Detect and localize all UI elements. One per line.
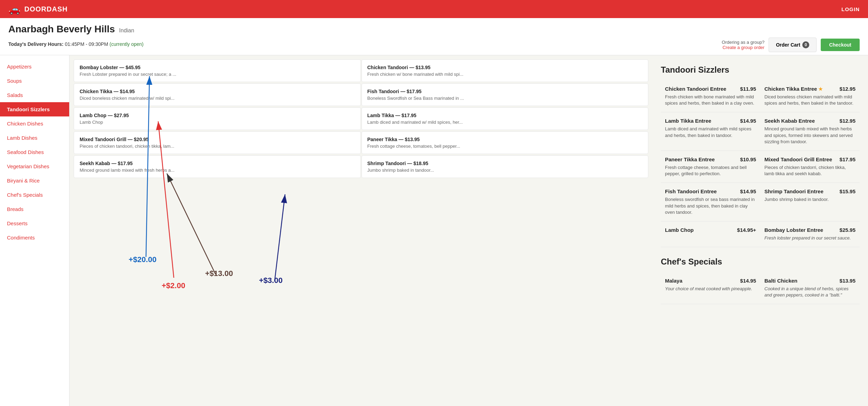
detail-chicken-tikka[interactable]: Chicken Tikka Entree ★ $12.95 Diced bone… bbox=[760, 80, 860, 112]
item-name: Balti Chicken bbox=[764, 278, 797, 284]
item-name: Seekh Kabab Entree bbox=[764, 118, 815, 124]
detail-shrimp-tandoori[interactable]: Shrimp Tandoori Entree $15.95 Jumbo shri… bbox=[760, 183, 860, 221]
item-desc: Fresh lobster prepared in our secret sau… bbox=[764, 235, 855, 241]
delivery-hours: Today's Delivery Hours: 01:45PM - 09:30P… bbox=[8, 41, 144, 47]
price-annotation-3: +$3.00 bbox=[259, 276, 283, 285]
menu-card-desc: Boneless Swordfish or Sea Bass marinated… bbox=[367, 96, 643, 101]
menu-card-bombay[interactable]: Bombay Lobster — $45.95 Fresh Lobster pr… bbox=[74, 59, 361, 82]
menu-card-title: Mixed Tandoori Grill — $20.95 bbox=[80, 137, 355, 142]
item-price: $10.95 bbox=[740, 156, 756, 162]
item-header: Bombay Lobster Entree $25.95 bbox=[764, 227, 855, 233]
sidebar-item-seafood[interactable]: Seafood Dishes bbox=[0, 145, 69, 159]
item-name: Bombay Lobster Entree bbox=[764, 227, 823, 233]
detail-paneer-tikka[interactable]: Paneer Tikka Entree $10.95 Fresh cottage… bbox=[661, 151, 760, 183]
detail-lamb-chop[interactable]: Lamb Chop $14.95+ bbox=[661, 221, 760, 247]
item-desc: Diced boneless chicken marinated with mi… bbox=[764, 94, 855, 106]
header: 🚗 DOORDASH LOGIN bbox=[0, 0, 868, 18]
right-panel: Tandoori Sizzlers Chicken Tandoori Entre… bbox=[652, 55, 868, 406]
menu-card-title: Fish Tandoori — $17.95 bbox=[367, 89, 643, 94]
logo: 🚗 DOORDASH bbox=[8, 3, 68, 15]
item-price: $25.95 bbox=[839, 227, 855, 233]
menu-card-desc: Lamb Chop bbox=[80, 120, 355, 125]
item-name: Lamb Chop bbox=[665, 227, 694, 233]
sidebar-item-chicken[interactable]: Chicken Dishes bbox=[0, 116, 69, 131]
price-annotation-2: +$2.00 bbox=[162, 281, 185, 290]
sidebar-item-tandoori[interactable]: Tandoori Sizzlers bbox=[0, 102, 69, 116]
detail-balti-chicken[interactable]: Balti Chicken $13.95 Cooked in a unique … bbox=[760, 272, 860, 304]
item-desc: Jumbo shrimp baked in tandoor. bbox=[764, 196, 855, 203]
item-price: $14.95 bbox=[740, 278, 756, 284]
detail-seekh-kabab[interactable]: Seekh Kabab Entree $12.95 Minced ground … bbox=[760, 112, 860, 151]
menu-card-mixed-grill[interactable]: Mixed Tandoori Grill — $20.95 Pieces of … bbox=[74, 131, 361, 154]
detail-lamb-tikka[interactable]: Lamb Tikka Entree $14.95 Lamb diced and … bbox=[661, 112, 760, 151]
restaurant-bar: Anarbagh Beverly Hills Indian Today's De… bbox=[0, 18, 868, 55]
item-price: $14.95+ bbox=[737, 227, 756, 233]
menu-card-lamb-chop[interactable]: Lamb Chop — $27.95 Lamb Chop bbox=[74, 107, 361, 130]
detail-bombay-lobster[interactable]: Bombay Lobster Entree $25.95 Fresh lobst… bbox=[760, 221, 860, 247]
star-icon: ★ bbox=[818, 86, 823, 92]
tandoori-items-grid: Chicken Tandoori Entree $11.95 Fresh chi… bbox=[661, 80, 860, 247]
group-order-link[interactable]: Create a group order bbox=[722, 45, 764, 50]
menu-card-desc: Fresh Lobster prepared in our secret sau… bbox=[80, 72, 355, 77]
restaurant-title: Anarbagh Beverly Hills Indian bbox=[8, 24, 860, 35]
item-price: $17.95 bbox=[839, 156, 855, 162]
detail-malaya[interactable]: Malaya $14.95 Your choice of meat cooked… bbox=[661, 272, 760, 304]
content-area: +$20.00 +$13.00 +$2.00 +$3.00 Bombay Lob… bbox=[70, 55, 868, 406]
sidebar-item-breads[interactable]: Breads bbox=[0, 202, 69, 216]
sidebar: Appetizers Soups Salads Tandoori Sizzler… bbox=[0, 55, 70, 406]
checkout-button[interactable]: Checkout bbox=[821, 39, 860, 51]
item-name: Malaya bbox=[665, 278, 682, 284]
menu-card-lamb-tikka[interactable]: Lamb Tikka — $17.95 Lamb diced and marin… bbox=[362, 107, 649, 130]
item-header: Balti Chicken $13.95 bbox=[764, 278, 855, 284]
sidebar-item-appetizers[interactable]: Appetizers bbox=[0, 59, 69, 74]
login-button[interactable]: LOGIN bbox=[842, 6, 860, 12]
item-desc: Cooked in a unique blend of herbs, spice… bbox=[764, 286, 855, 298]
menu-card-fish-tandoori[interactable]: Fish Tandoori — $17.95 Boneless Swordfis… bbox=[362, 83, 649, 106]
item-header: Lamb Tikka Entree $14.95 bbox=[665, 118, 756, 124]
item-header: Paneer Tikka Entree $10.95 bbox=[665, 156, 756, 162]
item-price: $15.95 bbox=[839, 188, 855, 194]
item-price: $11.95 bbox=[740, 86, 756, 92]
sidebar-item-lamb[interactable]: Lamb Dishes bbox=[0, 131, 69, 145]
svg-line-6 bbox=[167, 173, 216, 274]
sidebar-item-condiments[interactable]: Condiments bbox=[0, 230, 69, 245]
item-name: Fish Tandoori Entree bbox=[665, 188, 717, 194]
price-annotation-20: +$20.00 bbox=[129, 255, 156, 264]
sidebar-item-vegetarian[interactable]: Vegetarian Dishes bbox=[0, 159, 69, 173]
menu-card-chicken-tikka[interactable]: Chicken Tikka — $14.95 Diced boneless ch… bbox=[74, 83, 361, 106]
menu-card-desc: Pieces of chicken tandoori, chicken tikk… bbox=[80, 144, 355, 149]
restaurant-name: Anarbagh Beverly Hills bbox=[8, 24, 115, 35]
menu-grid: +$20.00 +$13.00 +$2.00 +$3.00 Bombay Lob… bbox=[70, 55, 652, 406]
menu-card-desc: Diced boneless chicken marinated w/ mild… bbox=[80, 96, 355, 101]
menu-card-seekh-kabab[interactable]: Seekh Kabab — $17.95 Minced ground lamb … bbox=[74, 155, 361, 178]
svg-line-7 bbox=[275, 194, 285, 281]
item-name: Paneer Tikka Entree bbox=[665, 156, 715, 162]
menu-card-shrimp-tandoori[interactable]: Shrimp Tandoori — $18.95 Jumbo shrimp ba… bbox=[362, 155, 649, 178]
order-bar: Ordering as a group? Create a group orde… bbox=[722, 38, 860, 52]
menu-card-desc: Fresh chicken w/ bone marinated with mil… bbox=[367, 72, 643, 77]
menu-card-paneer-tikka[interactable]: Paneer Tikka — $13.95 Fresh cottage chee… bbox=[362, 131, 649, 154]
menu-card-desc: Fresh cottage cheese, tomatoes, bell pep… bbox=[367, 144, 643, 149]
detail-chicken-tandoori[interactable]: Chicken Tandoori Entree $11.95 Fresh chi… bbox=[661, 80, 760, 112]
sidebar-item-chefs[interactable]: Chef's Specials bbox=[0, 188, 69, 202]
item-name: Lamb Tikka Entree bbox=[665, 118, 711, 124]
detail-fish-tandoori[interactable]: Fish Tandoori Entree $14.95 Boneless swo… bbox=[661, 183, 760, 221]
item-price: $12.95 bbox=[839, 86, 855, 92]
item-price: $14.95 bbox=[740, 188, 756, 194]
sidebar-item-soups[interactable]: Soups bbox=[0, 74, 69, 88]
sidebar-item-biryani[interactable]: Biryani & Rice bbox=[0, 173, 69, 188]
item-header: Chicken Tandoori Entree $11.95 bbox=[665, 86, 756, 92]
item-name: Shrimp Tandoori Entree bbox=[764, 188, 824, 194]
menu-card-chicken-tandoori[interactable]: Chicken Tandoori — $13.95 Fresh chicken … bbox=[362, 59, 649, 82]
detail-mixed-grill[interactable]: Mixed Tandoori Grill Entree $17.95 Piece… bbox=[760, 151, 860, 183]
item-header: Seekh Kabab Entree $12.95 bbox=[764, 118, 855, 124]
menu-card-title: Seekh Kabab — $17.95 bbox=[80, 161, 355, 166]
sidebar-item-desserts[interactable]: Desserts bbox=[0, 216, 69, 230]
chefs-section-title: Chef's Specials bbox=[661, 257, 860, 267]
menu-card-title: Lamb Chop — $27.95 bbox=[80, 113, 355, 118]
item-desc: Minced ground lamb mixed with fresh herb… bbox=[764, 126, 855, 145]
cart-button[interactable]: Order Cart 0 bbox=[769, 38, 817, 52]
menu-card-title: Paneer Tikka — $13.95 bbox=[367, 137, 643, 142]
sidebar-item-salads[interactable]: Salads bbox=[0, 88, 69, 102]
item-price: $13.95 bbox=[839, 278, 855, 284]
